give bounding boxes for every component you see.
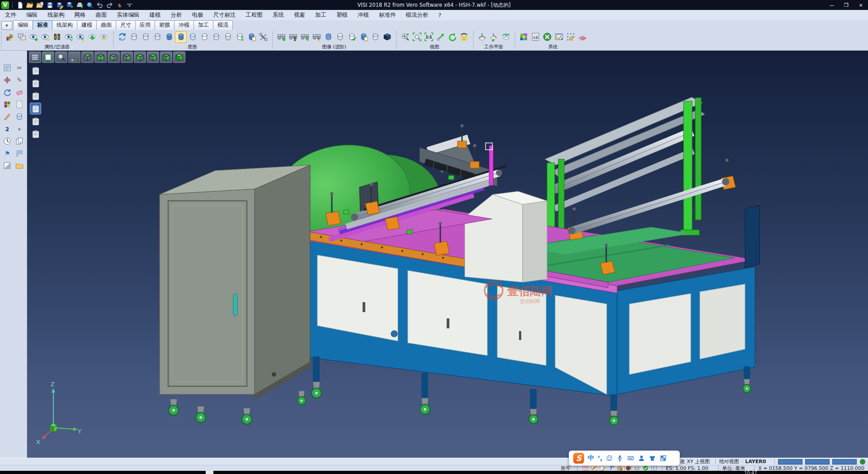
cyl-wire-icon[interactable] <box>210 31 222 43</box>
snap-settings-icon[interactable] <box>565 31 576 43</box>
tab-建模[interactable]: 建模 <box>77 20 97 30</box>
tab-塑膜[interactable]: 塑膜 <box>155 20 175 30</box>
zoom-1to1-icon[interactable]: 1:1 <box>423 31 434 43</box>
grid9-tool-icon[interactable] <box>14 148 25 159</box>
cyl-recycle-icon[interactable] <box>234 31 245 43</box>
ime-kbd-icon[interactable] <box>627 455 634 462</box>
note-tool-icon[interactable] <box>14 99 25 110</box>
refresh-blue-icon[interactable] <box>116 31 128 43</box>
qa-saveas-icon[interactable] <box>56 1 64 9</box>
color-swatch-1[interactable] <box>778 459 802 465</box>
clipboard-item-2[interactable] <box>30 78 41 89</box>
ime-mic-icon[interactable] <box>616 455 623 462</box>
menu-文件[interactable]: 文件 <box>0 10 21 20</box>
clock-tool-icon[interactable] <box>2 136 13 147</box>
qa-new-icon[interactable] <box>16 1 24 9</box>
binoc-add-icon[interactable] <box>275 31 287 43</box>
ime-layout-icon[interactable] <box>660 455 667 462</box>
ime-chinese-mode[interactable]: 中 <box>588 454 594 462</box>
cyl-striped-icon[interactable] <box>222 31 234 43</box>
binoc-refresh-icon[interactable] <box>299 31 311 43</box>
menu-编辑[interactable]: 编辑 <box>21 10 42 20</box>
tab-加工[interactable]: 加工 <box>193 20 213 30</box>
cyl-copy-icon[interactable] <box>358 31 369 43</box>
s-draft-icon[interactable] <box>599 465 606 471</box>
tab-编辑[interactable]: 编辑 <box>13 20 33 30</box>
toolbar-dropdown-button[interactable]: ▼ <box>1 21 12 30</box>
brush-tool-icon[interactable] <box>2 111 13 122</box>
ime-smiley-icon[interactable]: ☺ <box>606 455 613 462</box>
color-swatch-2[interactable] <box>805 459 830 465</box>
active-layer[interactable]: LAYER0 <box>745 459 766 465</box>
cube-right-button[interactable] <box>147 52 159 63</box>
s-print-icon[interactable] <box>633 465 640 471</box>
cyl-blue-banded-icon[interactable] <box>322 31 334 43</box>
tab-线架构[interactable]: 线架构 <box>52 20 77 30</box>
qa-print-icon[interactable] <box>75 1 84 9</box>
zoom-in-icon[interactable] <box>399 31 411 43</box>
zoom-extents-icon[interactable] <box>411 31 423 43</box>
qa-save-icon[interactable] <box>46 1 54 9</box>
eye-plus-icon[interactable] <box>28 31 39 43</box>
cyl-blue-icon[interactable] <box>175 31 187 43</box>
tab-曲面[interactable]: 曲面 <box>96 20 116 30</box>
crosshair-tool-icon[interactable] <box>2 75 13 85</box>
two-tool-icon[interactable]: 2 <box>2 123 13 134</box>
clipboard-item-1[interactable] <box>30 65 41 76</box>
menu-?[interactable]: ? <box>434 11 447 19</box>
grid-settings-icon[interactable] <box>576 31 588 43</box>
menu-模流分析[interactable]: 模流分析 <box>401 10 434 20</box>
sogou-logo-icon[interactable]: S <box>573 453 584 464</box>
color-swatch-3[interactable] <box>832 459 857 465</box>
cube-iso-button[interactable] <box>160 52 172 63</box>
tab-标准[interactable]: 标准 <box>33 20 52 30</box>
copy2-tool-icon[interactable] <box>14 136 25 147</box>
shade-tool-icon[interactable] <box>2 160 13 171</box>
eye-remove-icon[interactable] <box>98 31 110 43</box>
clipboard-item-6[interactable] <box>30 128 41 139</box>
cube-left-button[interactable] <box>134 52 146 63</box>
pan-arrow-icon[interactable] <box>434 31 446 43</box>
workplane-axes-icon[interactable] <box>476 31 488 43</box>
cube-top-button[interactable] <box>81 52 94 63</box>
qa-options-icon[interactable] <box>125 1 134 9</box>
cube-shaded-button[interactable] <box>173 52 185 63</box>
cyl-striped-icon[interactable] <box>334 31 346 43</box>
ime-skin-icon[interactable] <box>649 455 656 462</box>
binoc-plusminus-icon[interactable] <box>311 31 322 43</box>
cube-bottom-button[interactable] <box>94 52 107 63</box>
s-cube-icon[interactable] <box>625 465 632 471</box>
s-table-red-icon[interactable] <box>582 465 589 471</box>
menu-塑模[interactable]: 塑模 <box>331 10 353 20</box>
tab-冲模[interactable]: 冲模 <box>174 20 194 30</box>
image-pair-icon[interactable] <box>16 31 28 43</box>
system-tools-icon[interactable] <box>541 31 553 43</box>
eye-add-icon[interactable] <box>86 31 98 43</box>
maximize-button[interactable]: ❐ <box>839 0 854 10</box>
clipboard-item-5[interactable] <box>30 116 41 127</box>
cyl-wire-icon[interactable] <box>128 31 140 43</box>
color-table-icon[interactable] <box>518 31 529 43</box>
cyl-glass-icon[interactable] <box>198 31 210 43</box>
menu-电极[interactable]: 电极 <box>187 10 208 20</box>
pencil-tool-icon[interactable]: ✎ <box>14 75 25 85</box>
qa-import-icon[interactable] <box>36 1 44 9</box>
tab-模流[interactable]: 模流 <box>213 20 233 30</box>
menu-视窗[interactable]: 视窗 <box>289 10 310 20</box>
view-eye-icon[interactable] <box>458 31 470 43</box>
menu-加工[interactable]: 加工 <box>310 10 331 20</box>
s-cells-icon[interactable] <box>651 465 657 471</box>
tab-尺寸[interactable]: 尺寸 <box>116 20 136 30</box>
clipboard-item-4[interactable] <box>30 103 41 114</box>
traffic-lights-icon[interactable] <box>51 31 63 43</box>
settings-form-icon[interactable] <box>529 31 541 43</box>
cube-front-button[interactable] <box>108 52 120 63</box>
menu-分析[interactable]: 分析 <box>166 10 187 20</box>
cube-dark-icon[interactable] <box>381 31 393 43</box>
s-package-icon[interactable] <box>616 465 623 471</box>
ime-person-icon[interactable] <box>638 455 645 462</box>
menu-冲模[interactable]: 冲模 <box>353 10 374 20</box>
cyl-check-icon[interactable] <box>346 31 358 43</box>
window-config-icon[interactable] <box>553 31 565 43</box>
eye-minus-icon[interactable] <box>39 31 51 43</box>
